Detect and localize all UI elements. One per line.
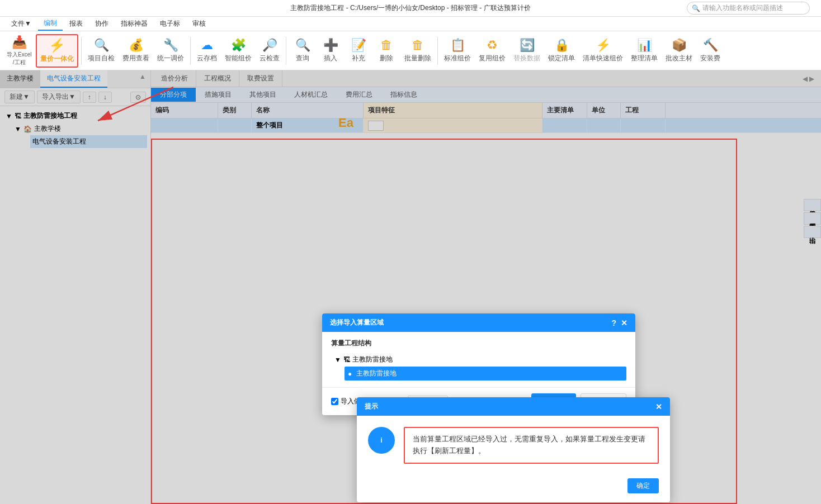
liangjia-icon: ⚡ <box>49 37 65 53</box>
reuse-group-icon: ♻ <box>487 38 498 53</box>
search-box[interactable]: 🔍 请输入功能名称或问题描述 <box>687 2 810 15</box>
liangjia-label: 量价一体化 <box>40 54 74 64</box>
import-tree-root[interactable]: ▼ 🏗 主教防雷接地 <box>331 353 626 367</box>
menu-edit[interactable]: 编制 <box>38 17 63 31</box>
import-dialog-title: 选择导入算量区域 <box>330 318 384 327</box>
batch-material-icon: 📦 <box>672 38 687 53</box>
lock-list-button[interactable]: 🔒 锁定清单 <box>545 34 578 68</box>
alert-confirm-button[interactable]: 确定 <box>627 478 659 493</box>
smart-group-button[interactable]: 🧩 智能组价 <box>221 34 255 68</box>
replace-data-button[interactable]: 🔄 替换数据 <box>510 34 544 68</box>
unified-adjust-label: 统一调价 <box>157 54 184 63</box>
delete-button[interactable]: 🗑 删除 <box>373 34 400 68</box>
self-check-icon: 🔍 <box>94 38 109 53</box>
alert-dialog-close-btn: ✕ <box>655 402 662 411</box>
install-fee-button[interactable]: 🔨 安装费 <box>697 34 724 68</box>
fast-group-label: 清单快速组价 <box>583 54 623 63</box>
fee-view-button[interactable]: 💰 费用查看 <box>119 34 153 68</box>
std-group-label: 标准组价 <box>444 54 471 63</box>
import-tree-child-label: 主教防雷接地 <box>356 369 397 378</box>
menu-audit[interactable]: 审核 <box>187 17 211 30</box>
import-dialog-help[interactable]: ? <box>611 318 616 327</box>
std-group-button[interactable]: 📋 标准组价 <box>441 34 474 68</box>
sort-list-icon: 📊 <box>637 38 652 53</box>
title-text: 主教防雷接地工程 - C:/Users/一博的小仙女/Desktop - 招标管… <box>290 3 530 13</box>
title-bar: 主教防雷接地工程 - C:/Users/一博的小仙女/Desktop - 招标管… <box>0 0 821 17</box>
sep1 <box>81 37 82 65</box>
batch-delete-icon: 🗑 <box>412 38 424 53</box>
import-tree-expand[interactable]: ▼ <box>334 356 341 364</box>
cloud-check-button[interactable]: 🔎 云检查 <box>256 34 283 68</box>
import-dialog-actions: ? ✕ <box>611 318 627 327</box>
search-icon: 🔍 <box>692 4 700 12</box>
import-excel-label: 导入Excel /工程 <box>7 51 31 66</box>
sep2 <box>190 37 191 65</box>
insert-button[interactable]: ➕ 插入 <box>317 34 344 68</box>
alert-dialog-title: 提示 <box>365 402 378 411</box>
alert-info-icon: i <box>368 427 395 454</box>
menu-electronic[interactable]: 电子标 <box>154 17 186 30</box>
self-check-button[interactable]: 🔍 项目自检 <box>84 34 118 68</box>
toolbar: 📥 导入Excel /工程 ⚡ 量价一体化 🔍 项目自检 💰 费用查看 🔧 统一… <box>0 31 821 70</box>
fee-view-label: 费用查看 <box>122 54 149 63</box>
search-placeholder: 请输入功能名称或问题描述 <box>702 3 783 13</box>
sep4 <box>437 37 438 65</box>
sep3 <box>286 37 286 65</box>
batch-delete-button[interactable]: 🗑 批量删除 <box>401 34 435 68</box>
batch-material-label: 批改主材 <box>666 54 692 63</box>
reuse-group-button[interactable]: ♻ 复用组价 <box>475 34 509 68</box>
fast-group-button[interactable]: ⚡ 清单快速组价 <box>579 34 626 68</box>
import-excel-button[interactable]: 📥 导入Excel /工程 <box>3 34 35 68</box>
unified-adjust-icon: 🔧 <box>163 38 178 53</box>
cloud-check-icon: 🔎 <box>262 38 277 53</box>
replace-data-icon: 🔄 <box>520 38 535 53</box>
fast-group-icon: ⚡ <box>596 38 611 53</box>
import-tree-child-icon: ● <box>348 370 352 378</box>
alert-message: 当前算量工程区域已经导入过，无需重复导入，如果算量工程发生变更请执行【刷新工程量… <box>404 427 659 464</box>
supplement-button[interactable]: 📝 补充 <box>345 34 372 68</box>
batch-delete-label: 批量删除 <box>404 54 431 63</box>
alert-footer: 确定 <box>357 473 670 502</box>
sort-list-label: 整理清单 <box>631 54 658 63</box>
menu-report[interactable]: 报表 <box>64 17 88 30</box>
import-section-title: 算量工程结构 <box>331 339 626 348</box>
cloud-check-label: 云检查 <box>259 54 280 63</box>
alert-close-icon[interactable]: ✕ <box>655 402 662 411</box>
supplement-label: 补充 <box>352 54 365 63</box>
install-fee-label: 安装费 <box>700 54 720 63</box>
insert-label: 插入 <box>324 54 337 63</box>
query-icon: 🔍 <box>295 38 310 53</box>
import-dialog-header: 选择导入算量区域 ? ✕ <box>322 313 635 332</box>
menu-collaborate[interactable]: 协作 <box>89 17 114 30</box>
import-method-checkbox[interactable] <box>331 398 338 405</box>
self-check-label: 项目自检 <box>88 54 115 63</box>
delete-icon: 🗑 <box>380 38 393 53</box>
sort-list-button[interactable]: 📊 整理清单 <box>627 34 661 68</box>
import-tree-root-icon: 🏗 <box>343 356 350 364</box>
liangjia-button[interactable]: ⚡ 量价一体化 <box>36 34 78 68</box>
smart-group-icon: 🧩 <box>231 38 246 53</box>
alert-dialog-header: 提示 ✕ <box>357 397 670 416</box>
std-group-icon: 📋 <box>450 38 465 53</box>
cloud-archive-label: 云存档 <box>197 54 217 63</box>
batch-material-button[interactable]: 📦 批改主材 <box>662 34 696 68</box>
unified-adjust-button[interactable]: 🔧 统一调价 <box>154 34 187 68</box>
query-label: 查询 <box>296 54 309 63</box>
install-fee-icon: 🔨 <box>703 38 718 53</box>
import-dialog-close[interactable]: ✕ <box>621 318 627 327</box>
menu-bar: 文件▼ 编制 报表 协作 指标神器 电子标 审核 <box>0 17 821 31</box>
import-dialog-body: 算量工程结构 ▼ 🏗 主教防雷接地 ● 主教防雷接地 <box>322 332 635 387</box>
insert-icon: ➕ <box>323 38 338 53</box>
replace-data-label: 替换数据 <box>513 54 540 63</box>
cloud-archive-icon: ☁ <box>201 38 213 53</box>
menu-index[interactable]: 指标神器 <box>115 17 153 30</box>
cloud-archive-button[interactable]: ☁ 云存档 <box>194 34 220 68</box>
import-excel-icon: 📥 <box>12 35 27 50</box>
query-button[interactable]: 🔍 查询 <box>289 34 316 68</box>
import-tree-child[interactable]: ● 主教防雷接地 <box>345 367 626 381</box>
import-tree-root-label: 主教防雷接地 <box>352 355 393 364</box>
supplement-icon: 📝 <box>351 38 366 53</box>
lock-list-icon: 🔒 <box>554 38 569 53</box>
fee-view-icon: 💰 <box>129 38 144 53</box>
menu-file[interactable]: 文件▼ <box>6 17 37 30</box>
